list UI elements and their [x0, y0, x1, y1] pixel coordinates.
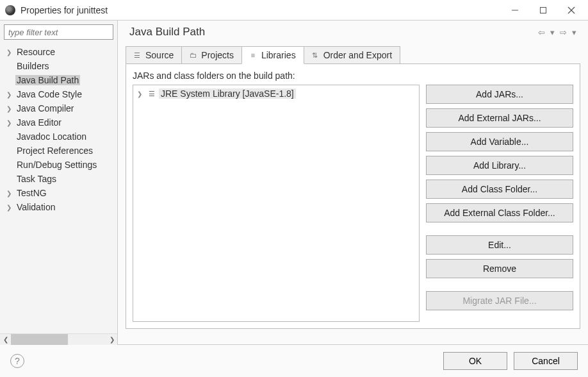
edit-button[interactable]: Edit... — [426, 235, 573, 255]
migrate-jar-button[interactable]: Migrate JAR File... — [426, 291, 573, 310]
source-icon: ☰ — [133, 51, 142, 60]
sidebar-item[interactable]: ❯Builders — [0, 59, 117, 73]
sidebar-item[interactable]: ❯Run/Debug Settings — [0, 158, 117, 172]
sidebar-item[interactable]: ❯Resource — [0, 45, 117, 59]
nav-forward-menu-icon[interactable]: ▾ — [571, 28, 578, 37]
sidebar-item-label: Java Code Style — [15, 89, 83, 99]
chevron-right-icon[interactable]: ❯ — [6, 119, 14, 126]
add-variable-button[interactable]: Add Variable... — [426, 132, 573, 151]
order-icon: ⇅ — [311, 51, 320, 60]
library-entry[interactable]: ❯☰JRE System Library [JavaSE-1.8] — [136, 88, 416, 99]
sidebar-item[interactable]: ❯Validation — [0, 200, 117, 214]
tab[interactable]: 🗀Projects — [181, 46, 242, 64]
close-button[interactable] — [557, 1, 585, 19]
page-title: Java Build Path — [129, 26, 537, 38]
maximize-button[interactable] — [529, 1, 557, 19]
buttons-column: Add JARs... Add External JARs... Add Var… — [426, 85, 573, 322]
nav-forward-icon[interactable]: ⇨ — [559, 28, 568, 37]
ok-button[interactable]: OK — [443, 352, 507, 370]
minimize-button[interactable] — [501, 1, 529, 19]
sidebar-item[interactable]: ❯Java Editor — [0, 115, 117, 130]
content-area: Java Build Path ⇦ ▾ ⇨ ▾ ☰Source🗀Projects… — [118, 21, 588, 344]
panel-description: JARs and class folders on the build path… — [133, 71, 573, 81]
nav-back-icon[interactable]: ⇦ — [537, 28, 546, 37]
scroll-right-icon[interactable]: ❯ — [106, 334, 117, 345]
sidebar-item-label: Run/Debug Settings — [15, 160, 98, 170]
footer: ? OK Cancel — [0, 345, 588, 377]
library-icon: ☰ — [147, 90, 156, 97]
tab[interactable]: ⇅Order and Export — [304, 46, 400, 64]
sidebar-item[interactable]: ❯TestNG — [0, 186, 117, 200]
sidebar-item-label: Task Tags — [15, 174, 58, 184]
svg-rect-1 — [541, 7, 546, 13]
sidebar-item[interactable]: ❯Java Compiler — [0, 101, 117, 115]
add-jars-button[interactable]: Add JARs... — [426, 85, 573, 104]
sidebar-item-label: Java Editor — [15, 117, 63, 128]
sidebar-item[interactable]: ❯Project References — [0, 144, 117, 158]
sidebar-item-label: Resource — [15, 47, 56, 57]
scrollbar-thumb[interactable] — [11, 334, 68, 345]
library-label: JRE System Library [JavaSE-1.8] — [159, 88, 296, 99]
tabs: ☰Source🗀Projects≡Libraries⇅Order and Exp… — [126, 46, 580, 64]
chevron-right-icon[interactable]: ❯ — [6, 91, 14, 98]
sidebar-item-label: Java Compiler — [15, 103, 75, 113]
tabpanel-libraries: JARs and class folders on the build path… — [126, 63, 580, 329]
sidebar-item-label: Java Build Path — [15, 75, 80, 85]
sidebar-item-label: TestNG — [15, 188, 48, 198]
nav-arrows: ⇦ ▾ ⇨ ▾ — [537, 28, 578, 37]
scroll-left-icon[interactable]: ❮ — [0, 334, 11, 345]
nav-back-menu-icon[interactable]: ▾ — [549, 28, 556, 37]
sidebar-item[interactable]: ❯Task Tags — [0, 172, 117, 186]
remove-button[interactable]: Remove — [426, 259, 573, 278]
sidebar-item[interactable]: ❯Java Code Style — [0, 87, 117, 101]
add-library-button[interactable]: Add Library... — [426, 156, 573, 175]
titlebar: Properties for junittest — [0, 0, 588, 21]
chevron-right-icon[interactable]: ❯ — [6, 190, 14, 197]
sidebar-h-scrollbar[interactable]: ❮ ❯ — [0, 333, 117, 344]
projects-icon: 🗀 — [188, 51, 197, 60]
chevron-right-icon[interactable]: ❯ — [6, 105, 14, 112]
tab[interactable]: ☰Source — [126, 46, 182, 64]
help-icon[interactable]: ? — [10, 354, 24, 368]
chevron-right-icon[interactable]: ❯ — [6, 49, 14, 56]
sidebar-tree: ❯Resource❯Builders❯Java Build Path❯Java … — [0, 44, 117, 333]
libraries-list[interactable]: ❯☰JRE System Library [JavaSE-1.8] — [133, 85, 420, 322]
add-external-jars-button[interactable]: Add External JARs... — [426, 108, 573, 128]
tab-label: Source — [145, 50, 174, 60]
sidebar-item[interactable]: ❯Javadoc Location — [0, 130, 117, 144]
window-title: Properties for junittest — [20, 5, 501, 15]
eclipse-icon — [5, 5, 15, 15]
add-class-folder-button[interactable]: Add Class Folder... — [426, 180, 573, 199]
add-external-class-folder-button[interactable]: Add External Class Folder... — [426, 203, 573, 222]
filter-input[interactable] — [4, 24, 113, 40]
tab-label: Order and Export — [323, 50, 392, 60]
cancel-button[interactable]: Cancel — [514, 352, 578, 370]
sidebar-item-label: Validation — [15, 202, 56, 212]
chevron-right-icon[interactable]: ❯ — [6, 204, 14, 211]
sidebar-item-label: Builders — [15, 61, 51, 71]
chevron-right-icon[interactable]: ❯ — [137, 90, 145, 97]
libraries-icon: ≡ — [249, 51, 257, 60]
window-buttons — [501, 1, 585, 19]
sidebar-item-label: Project References — [15, 146, 94, 156]
tab-label: Projects — [201, 50, 234, 60]
sidebar: ❯Resource❯Builders❯Java Build Path❯Java … — [0, 21, 118, 344]
sidebar-item-label: Javadoc Location — [15, 131, 88, 142]
tab[interactable]: ≡Libraries — [241, 46, 304, 64]
sidebar-item[interactable]: ❯Java Build Path — [0, 73, 117, 87]
tab-label: Libraries — [261, 50, 296, 60]
